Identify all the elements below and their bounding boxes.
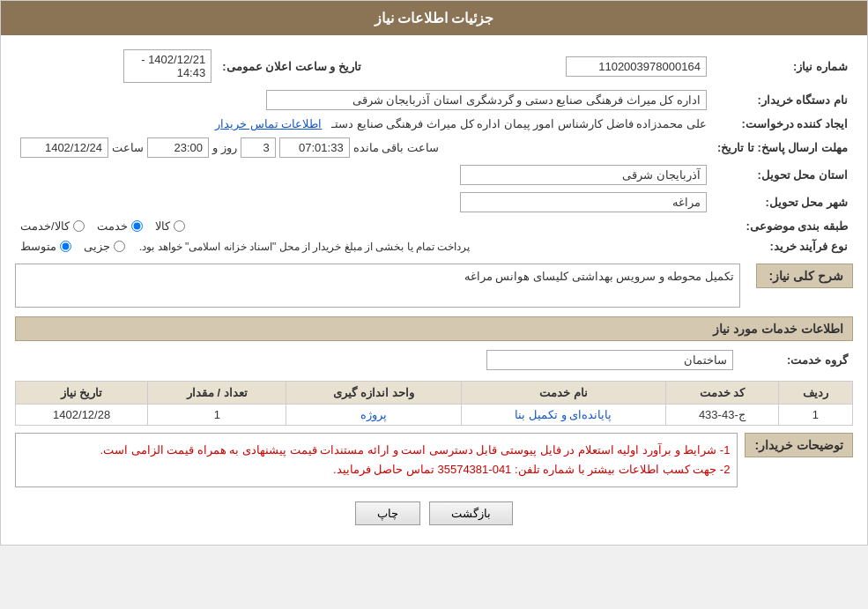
cell-row-num: 1 (778, 405, 852, 426)
col-unit: واحد اندازه گیری (286, 382, 461, 405)
cell-date: 1402/12/28 (16, 405, 148, 426)
process-option-1[interactable]: جزیی (84, 240, 125, 253)
services-table: ردیف کد خدمت نام خدمت واحد اندازه گیری ت… (15, 381, 853, 426)
city-value: مراغه (15, 189, 712, 216)
province-label: استان محل تحویل: (712, 161, 853, 189)
buyer-notes-line2: 2- جهت کسب اطلاعات بیشتر با شماره تلفن: … (23, 460, 730, 479)
deadline-date-display: 1402/12/24 (20, 137, 108, 158)
deadline-time-label: ساعت (112, 141, 144, 154)
category-option-3[interactable]: کالا/خدمت (20, 219, 85, 233)
service-group-value: ساختمان (15, 346, 738, 374)
cell-service-name: پایانده‌ای و تکمیل بنا (461, 405, 665, 426)
buyer-notes-label: توضیحات خریدار: (745, 433, 853, 457)
services-table-head: ردیف کد خدمت نام خدمت واحد اندازه گیری ت… (16, 382, 853, 405)
category-label-3: کالا/خدمت (20, 219, 70, 233)
category-radio-3[interactable] (73, 220, 85, 232)
announcement-date-label: تاریخ و ساعت اعلان عمومی: (217, 46, 367, 86)
process-label-2: متوسط (20, 240, 56, 253)
process-label: نوع فرآیند خرید: (712, 236, 853, 256)
service-group-table: گروه خدمت: ساختمان (15, 346, 853, 374)
city-label: شهر محل تحویل: (712, 189, 853, 216)
service-group-label: گروه خدمت: (738, 346, 853, 374)
process-note: پرداخت تمام یا بخشی از مبلغ خریدار از مح… (139, 241, 470, 253)
province-display: آذربایجان شرقی (460, 165, 707, 185)
need-number-display: 1102003978000164 (566, 56, 707, 77)
col-quantity: تعداد / مقدار (148, 382, 286, 405)
deadline-remaining-display: 07:01:33 (279, 137, 350, 158)
cell-service-code: ج-43-433 (665, 405, 778, 426)
deadline-time-display: 23:00 (147, 137, 209, 158)
category-label-2: خدمت (97, 219, 128, 233)
row-service-group: گروه خدمت: ساختمان (15, 346, 853, 374)
creator-text: علی محمدزاده فاضل کارشناس امور پیمان ادا… (331, 117, 707, 130)
province-value: آذربایجان شرقی (15, 161, 712, 189)
services-table-body: 1 ج-43-433 پایانده‌ای و تکمیل بنا پروژه … (16, 405, 853, 426)
row-category: طبقه بندی موضوعی: کالا/خدمت خدمت کالا (15, 216, 853, 236)
deadline-remaining-label: ساعت باقی مانده (353, 141, 439, 154)
category-radio-2[interactable] (131, 220, 143, 232)
creator-contact-link[interactable]: اطلاعات تماس خریدار (215, 117, 322, 130)
process-options: متوسط جزیی پرداخت تمام یا بخشی از مبلغ خ… (15, 236, 712, 256)
cell-quantity: 1 (148, 405, 286, 426)
services-table-header-row: ردیف کد خدمت نام خدمت واحد اندازه گیری ت… (16, 382, 853, 405)
creator-value: علی محمدزاده فاضل کارشناس امور پیمان ادا… (15, 114, 712, 134)
announcement-date-display: 1402/12/21 - 14:43 (123, 49, 211, 83)
deadline-label: مهلت ارسال پاسخ: تا تاریخ: (712, 134, 853, 161)
process-label-1: جزیی (84, 240, 110, 253)
announcement-date-value: 1402/12/21 - 14:43 (15, 46, 217, 86)
deadline-days-label: روز و (212, 141, 237, 154)
deadline-days-display: 3 (241, 137, 276, 158)
buyer-org-label: نام دستگاه خریدار: (712, 86, 853, 114)
description-label: شرح کلی نیاز: (756, 264, 853, 288)
process-radio-1[interactable] (114, 241, 125, 252)
description-value: تکمیل محوطه و سرویس بهداشتی کلیسای هوانس… (15, 264, 740, 308)
content-area: شماره نیاز: 1102003978000164 تاریخ و ساع… (1, 35, 867, 545)
city-display: مراغه (460, 192, 707, 212)
buyer-org-value: اداره کل میراث فرهنگی صنایع دستی و گردشگ… (15, 86, 712, 114)
category-option-1[interactable]: کالا (155, 219, 185, 233)
cell-unit: پروژه (286, 405, 461, 426)
services-section-title: اطلاعات خدمات مورد نیاز (15, 316, 853, 341)
deadline-row: 1402/12/24 ساعت 23:00 روز و 3 07:01:33 س… (15, 134, 712, 161)
col-row-num: ردیف (778, 382, 852, 405)
category-options: کالا/خدمت خدمت کالا (15, 216, 712, 236)
info-table: شماره نیاز: 1102003978000164 تاریخ و ساع… (15, 46, 853, 256)
buyer-notes-box: 1- شرایط و برآورد اولیه استعلام در فایل … (15, 433, 738, 487)
back-button[interactable]: بازگشت (429, 501, 513, 525)
col-service-name: نام خدمت (461, 382, 665, 405)
buyer-notes-section: توضیحات خریدار: 1- شرایط و برآورد اولیه … (15, 433, 853, 493)
col-service-code: کد خدمت (665, 382, 778, 405)
buttons-row: بازگشت چاپ (15, 501, 853, 525)
category-option-2[interactable]: خدمت (97, 219, 143, 233)
row-process: نوع فرآیند خرید: متوسط جزیی (15, 236, 853, 256)
need-number-label: شماره نیاز: (712, 46, 853, 86)
row-deadline: مهلت ارسال پاسخ: تا تاریخ: 1402/12/24 سا… (15, 134, 853, 161)
category-label-1: کالا (155, 219, 170, 233)
process-radio-2[interactable] (60, 241, 71, 252)
table-row: 1 ج-43-433 پایانده‌ای و تکمیل بنا پروژه … (16, 405, 853, 426)
page-container: جزئیات اطلاعات نیاز شماره نیاز: 11020039… (0, 0, 868, 546)
creator-label: ایجاد کننده درخواست: (712, 114, 853, 134)
row-creator: ایجاد کننده درخواست: علی محمدزاده فاضل ک… (15, 114, 853, 134)
row-buyer-org: نام دستگاه خریدار: اداره کل میراث فرهنگی… (15, 86, 853, 114)
category-label: طبقه بندی موضوعی: (712, 216, 853, 236)
col-date: تاریخ نیاز (16, 382, 148, 405)
description-section: شرح کلی نیاز: تکمیل محوطه و سرویس بهداشت… (15, 264, 853, 308)
process-option-2[interactable]: متوسط (20, 240, 71, 253)
category-radio-1[interactable] (174, 220, 185, 232)
row-city: شهر محل تحویل: مراغه (15, 189, 853, 216)
buyer-org-display: اداره کل میراث فرهنگی صنایع دستی و گردشگ… (266, 90, 707, 110)
page-title: جزئیات اطلاعات نیاز (375, 11, 494, 26)
print-button[interactable]: چاپ (355, 501, 420, 525)
buyer-notes-content: 1- شرایط و برآورد اولیه استعلام در فایل … (15, 433, 738, 493)
need-number-value: 1102003978000164 (402, 46, 712, 86)
service-group-display: ساختمان (486, 350, 733, 370)
row-need-number: شماره نیاز: 1102003978000164 تاریخ و ساع… (15, 46, 853, 86)
page-header: جزئیات اطلاعات نیاز (1, 1, 867, 35)
row-province: استان محل تحویل: آذربایجان شرقی (15, 161, 853, 189)
buyer-notes-line1: 1- شرایط و برآورد اولیه استعلام در فایل … (23, 441, 730, 460)
